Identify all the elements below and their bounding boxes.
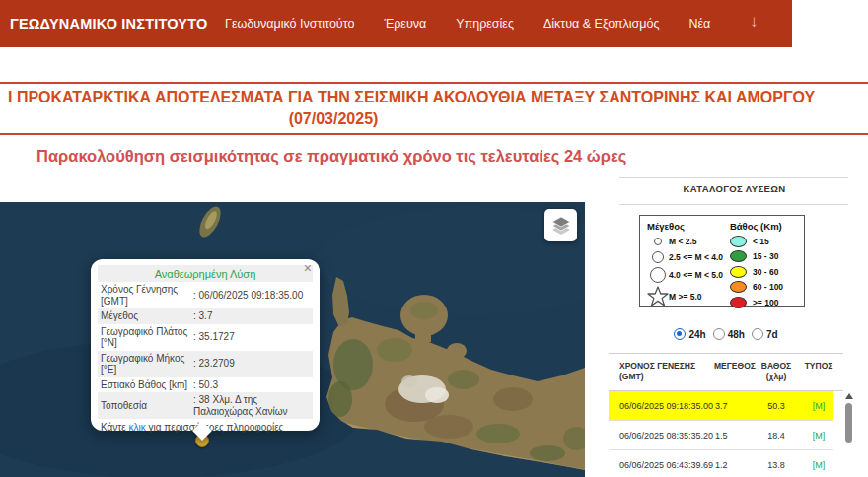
cell-depth: 18.4 bbox=[751, 431, 802, 441]
magnitude-legend-title: Μέγεθος bbox=[647, 221, 730, 232]
popup-label: Τοποθεσία bbox=[98, 398, 193, 414]
cell-magnitude: 1.5 bbox=[707, 431, 751, 441]
header-time: ΧΡΟΝΟΣ ΓΕΝΕΣΗΣ (GMT) bbox=[619, 361, 707, 381]
depth-legend: Βάθος (Km) < 15 15 - 30 30 - 60 60 - 100… bbox=[730, 221, 800, 302]
cell-depth: 50.3 bbox=[751, 401, 802, 411]
legend-label: < 15 bbox=[753, 237, 769, 246]
main-nav: Γεωδυναμικό Ινστιτούτο Έρευνα Υπηρεσίες … bbox=[225, 0, 710, 47]
cell-time: 06/06/2025 09:18:35.00 bbox=[619, 401, 707, 411]
divider bbox=[619, 177, 848, 178]
table-row[interactable]: 06/06/2025 09:18:35.00 3.7 50.3 [M] bbox=[609, 391, 833, 421]
nav-item-institute[interactable]: Γεωδυναμικό Ινστιτούτο bbox=[225, 17, 354, 31]
popup-close-icon[interactable]: × bbox=[304, 261, 312, 275]
radio-label: 24h bbox=[688, 329, 705, 340]
legend-item: 30 - 60 bbox=[730, 264, 800, 280]
legend-item: < 15 bbox=[730, 234, 800, 249]
popup-row-origin-time: Χρόνος Γέννησης [GMT] : 06/06/2025 09:18… bbox=[98, 282, 313, 308]
realtime-monitoring-subtitle: Παρακολούθηση σεισμικότητας σε πραγματικ… bbox=[36, 147, 626, 166]
nav-item-networks[interactable]: Δίκτυα & Εξοπλισμός bbox=[543, 17, 660, 31]
popup-label: Εστιακό Βάθος [km] bbox=[98, 377, 193, 393]
legend-item: M < 2.5 bbox=[647, 234, 730, 248]
institute-logo[interactable]: ΓΕΩΔΥΝΑΜΙΚΟ ΙΝΣΤΙΤΟΥΤΟ bbox=[10, 16, 207, 32]
radio-48h[interactable]: 48h bbox=[713, 328, 745, 340]
cell-type: [M] bbox=[802, 401, 835, 411]
depth-swatch-yellow bbox=[730, 266, 747, 278]
scroll-down-arrow-icon[interactable]: ↓ bbox=[750, 12, 759, 32]
legend-item: 60 - 100 bbox=[730, 280, 800, 296]
time-filter-group: 24h 48h 7d bbox=[609, 328, 843, 340]
depth-swatch-orange bbox=[730, 281, 747, 293]
header-type: ΤΥΠΟΣ bbox=[802, 361, 835, 381]
legend-label: 2.5 <= M < 4.0 bbox=[669, 252, 723, 262]
scrollbar-thumb[interactable] bbox=[845, 403, 852, 443]
popup-value: : 23.2709 bbox=[193, 356, 313, 372]
cell-magnitude: 1.2 bbox=[707, 460, 751, 470]
legend-box: Μέγεθος M < 2.5 2.5 <= M < 4.0 4.0 <= M … bbox=[639, 215, 805, 307]
cell-time: 06/06/2025 06:43:39.69 bbox=[619, 460, 707, 470]
large-circle-icon bbox=[647, 267, 669, 283]
legend-item: M >= 5.0 bbox=[647, 285, 730, 308]
small-circle-icon bbox=[647, 238, 669, 245]
radio-24h[interactable]: 24h bbox=[674, 328, 705, 340]
header-depth: ΒΑΘΟΣ (χλμ) bbox=[751, 361, 802, 381]
popup-row-longitude: Γεωγραφικό Μήκος [°E] : 23.2709 bbox=[98, 351, 313, 377]
nav-item-services[interactable]: Υπηρεσίες bbox=[456, 17, 514, 31]
legend-item: 4.0 <= M < 5.0 bbox=[647, 265, 730, 285]
header-bar: ΓΕΩΔΥΝΑΜΙΚΟ ΙΝΣΤΙΤΟΥΤΟ Γεωδυναμικό Ινστι… bbox=[0, 0, 792, 47]
page-title-date: (07/03/2025) bbox=[0, 110, 667, 128]
legend-item: >= 100 bbox=[730, 295, 800, 310]
cell-depth: 13.8 bbox=[751, 460, 802, 470]
page-title: Ι ΠΡΟΚΑΤΑΡΚΤΙΚΑ ΑΠΟΤΕΛΕΣΜΑΤΑ ΓΙΑ ΤΗΝ ΣΕΙ… bbox=[8, 89, 815, 106]
seismicity-map[interactable]: × Αναθεωρημένη Λύση Χρόνος Γέννησης [GMT… bbox=[0, 202, 585, 477]
legend-label: M < 2.5 bbox=[669, 237, 697, 246]
depth-swatch-green bbox=[730, 250, 747, 262]
table-row[interactable]: 06/06/2025 06:43:39.69 1.2 13.8 [M] bbox=[609, 450, 833, 477]
radio-7d[interactable]: 7d bbox=[752, 328, 778, 340]
radio-unselected-icon bbox=[752, 328, 763, 340]
events-table-header: ΧΡΟΝΟΣ ΓΕΝΕΣΗΣ (GMT) ΜΕΓΕΘΟΣ ΒΑΘΟΣ (χλμ)… bbox=[619, 361, 844, 381]
popup-row-magnitude: Μέγεθος : 3.7 bbox=[98, 308, 313, 324]
legend-label: 60 - 100 bbox=[753, 282, 783, 292]
nav-item-news[interactable]: Νέα bbox=[688, 17, 710, 31]
map-layers-control[interactable] bbox=[544, 209, 577, 241]
cell-magnitude: 3.7 bbox=[707, 401, 751, 411]
cell-time: 06/06/2025 08:35:35.20 bbox=[619, 431, 707, 441]
page-title-banner: Ι ΠΡΟΚΑΤΑΡΚΤΙΚΑ ΑΠΟΤΕΛΕΣΜΑΤΑ ΓΙΑ ΤΗΝ ΣΕΙ… bbox=[0, 82, 868, 135]
popup-footer-text: Κάντε bbox=[101, 422, 129, 433]
popup-value: : 06/06/2025 09:18:35.00 bbox=[193, 288, 313, 304]
divider bbox=[619, 204, 848, 205]
layers-icon bbox=[550, 216, 572, 236]
scrollbar-up-arrow[interactable] bbox=[845, 393, 853, 399]
star-icon bbox=[647, 286, 669, 307]
solutions-sidebar: ΚΑΤΑΛΟΓΟΣ ΛΥΣΕΩΝ Μέγεθος M < 2.5 2.5 <= … bbox=[609, 168, 860, 477]
popup-value: : 50.3 bbox=[193, 377, 313, 393]
radio-label: 48h bbox=[728, 329, 745, 340]
depth-swatch-cyan bbox=[730, 236, 747, 247]
popup-footer-text: για περισσότερες πληροφορίες bbox=[146, 422, 284, 433]
popup-label: Γεωγραφικό Μήκος [°E] bbox=[98, 351, 193, 377]
events-table: 06/06/2025 09:18:35.00 3.7 50.3 [M] 06/0… bbox=[609, 391, 843, 477]
table-row[interactable]: 06/06/2025 08:35:35.20 1.5 18.4 [M] bbox=[609, 421, 833, 450]
nav-item-research[interactable]: Έρευνα bbox=[384, 17, 426, 31]
radio-selected-icon bbox=[674, 328, 686, 340]
popup-row-depth: Εστιακό Βάθος [km] : 50.3 bbox=[98, 377, 313, 393]
popup-label: Γεωγραφικό Πλάτος [°N] bbox=[98, 324, 193, 351]
legend-label: >= 100 bbox=[753, 298, 778, 307]
magnitude-legend: Μέγεθος M < 2.5 2.5 <= M < 4.0 4.0 <= M … bbox=[647, 221, 730, 302]
popup-value: : 35.1727 bbox=[193, 329, 313, 345]
depth-swatch-red bbox=[730, 297, 747, 308]
popup-title: Αναθεωρημένη Λύση bbox=[98, 265, 313, 282]
radio-unselected-icon bbox=[713, 328, 725, 340]
legend-item: 15 - 30 bbox=[730, 249, 800, 265]
legend-label: 15 - 30 bbox=[753, 251, 778, 261]
divider bbox=[609, 353, 843, 354]
popup-value: : 38 Χλμ. Δ της Παλαιοχώρας Χανίων bbox=[193, 392, 313, 419]
popup-row-location: Τοποθεσία : 38 Χλμ. Δ της Παλαιοχώρας Χα… bbox=[98, 392, 313, 419]
popup-label: Χρόνος Γέννησης [GMT] bbox=[98, 282, 193, 308]
medium-circle-icon bbox=[647, 251, 669, 263]
popup-row-latitude: Γεωγραφικό Πλάτος [°N] : 35.1727 bbox=[98, 324, 313, 351]
catalog-title: ΚΑΤΑΛΟΓΟΣ ΛΥΣΕΩΝ bbox=[609, 183, 860, 194]
popup-more-info-link[interactable]: κλικ bbox=[129, 422, 146, 433]
popup-label: Μέγεθος bbox=[98, 308, 193, 324]
cell-type: [M] bbox=[802, 460, 835, 470]
